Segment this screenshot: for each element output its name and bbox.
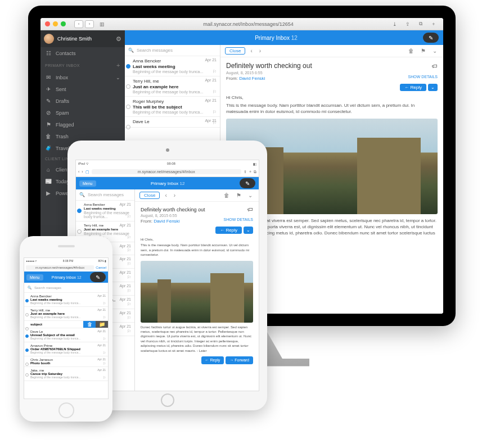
message-row[interactable]: Jake, meCanoe trip SaturdayBeginning of … (24, 367, 108, 381)
sidebar-contacts[interactable]: ☷Contacts (40, 47, 125, 59)
address-bar[interactable]: mail.synacor.net/Inbox/messages/12654 (110, 21, 387, 27)
flag-icon[interactable]: ⚐ (103, 301, 106, 305)
window-minimize-icon[interactable] (53, 21, 58, 26)
phone-search[interactable]: 🔍Search messages (24, 283, 108, 293)
tablet-show-details[interactable]: SHOW DETAILS (224, 218, 253, 221)
phone-compose-button[interactable]: ✎ (90, 272, 106, 282)
add-tab-icon[interactable]: + (429, 20, 439, 28)
chevron-down-icon[interactable]: ⌄ (246, 192, 254, 198)
search-row[interactable]: 🔍 Search messages (125, 45, 220, 56)
trash-icon[interactable]: 🗑 (222, 192, 231, 198)
message-row[interactable]: Anna BenckerLast weeks meetingBeginning … (125, 56, 220, 76)
flag-icon[interactable]: ⚐ (103, 361, 106, 365)
flag-icon[interactable]: ⚐ (213, 110, 217, 115)
window-maximize-icon[interactable] (61, 21, 66, 26)
flag-icon[interactable]: ⚐ (213, 120, 217, 125)
message-row[interactable]: Amazon PrimeOrder #298763476BLN ShippedB… (24, 342, 108, 356)
tabs-icon[interactable]: ⧉ (416, 20, 426, 28)
message-row[interactable]: Terry Hill, meJust an example hereBeginn… (125, 76, 220, 97)
message-row[interactable]: Chris JamesonPhoto boothApr 21⚐ (24, 356, 108, 367)
prev-message-icon[interactable]: ‹ (249, 48, 254, 54)
user-row[interactable]: Christine Smith ⚙ (40, 30, 125, 47)
flag-icon[interactable]: ⚐ (103, 375, 106, 379)
tablet-url[interactable]: m.synacor.net/messages/#/inbox (92, 169, 241, 174)
tablet-tabs-icon[interactable]: ⧉ (254, 170, 256, 174)
tablet-fwd-icon[interactable]: › (82, 170, 83, 174)
tablet-book-icon[interactable]: ▢ (85, 170, 89, 174)
tablet-home-button[interactable] (161, 393, 174, 407)
close-button[interactable]: Close (225, 47, 245, 55)
flag-icon[interactable]: ⚑ (235, 192, 243, 198)
flag-icon[interactable]: ⚐ (213, 89, 217, 94)
sidebar-item-drafts[interactable]: ✎Drafts (40, 95, 125, 107)
flag-icon[interactable]: ⚑ (419, 48, 427, 54)
reply-dropdown-icon[interactable]: ⌄ (428, 84, 438, 91)
swipe-move-icon[interactable]: 📁 (96, 321, 108, 328)
flag-icon[interactable]: ⚐ (213, 69, 217, 74)
tablet-search[interactable]: 🔍Search messages (76, 189, 134, 201)
tablet-sender-link[interactable]: David Fenski (154, 219, 179, 224)
phone-url[interactable]: m.synacor.net/messages/#/inbox (26, 265, 94, 270)
sidebar-toggle-icon[interactable]: ▥ (97, 20, 107, 28)
cancel-button[interactable]: Cancel (96, 266, 106, 269)
flag-icon[interactable]: ⚐ (103, 337, 106, 341)
window-close-icon[interactable] (45, 21, 50, 26)
flag-icon[interactable]: ⚐ (127, 261, 131, 266)
add-folder-icon[interactable]: + (116, 62, 120, 69)
tablet-reply-button[interactable]: ← Reply (215, 227, 242, 234)
flag-icon[interactable]: ⚐ (127, 248, 131, 253)
tablet-prev-icon[interactable]: ‹ (163, 192, 168, 198)
phone-home-button[interactable] (58, 402, 74, 418)
flag-icon[interactable]: ⚐ (127, 275, 131, 280)
swipe-delete-icon[interactable]: 🗑 (83, 321, 96, 328)
tablet-next-icon[interactable]: › (172, 192, 177, 198)
compose-button[interactable]: ✎ (423, 33, 439, 43)
phone-menu-button[interactable]: Menu (26, 274, 43, 280)
nav-back-button[interactable]: ‹ (74, 20, 83, 28)
message-row[interactable]: Dave LeUnread Subject of the emailBeginn… (24, 328, 108, 342)
message-row[interactable]: Terry Hill, meJust an example hereBeginn… (24, 307, 108, 321)
tablet-add-icon[interactable]: + (249, 170, 251, 174)
read-indicator-icon (25, 299, 29, 302)
flag-icon[interactable]: ⚐ (127, 302, 131, 307)
tablet-forward-button[interactable]: → Forward (226, 356, 253, 364)
gear-icon[interactable]: ⚙ (116, 35, 121, 43)
tablet-close-button[interactable]: Close (139, 192, 160, 199)
sidebar-item-flagged[interactable]: ⚑Flagged (40, 119, 125, 130)
search-input[interactable]: Search messages (137, 48, 173, 53)
reply-button[interactable]: ← Reply (400, 84, 426, 91)
reader-icon[interactable]: ⤓ (390, 20, 400, 28)
next-message-icon[interactable]: › (258, 48, 263, 54)
message-row[interactable]: Anna BenckerLast weeks meetingBeginning … (76, 201, 134, 221)
chevron-down-icon[interactable]: ⌄ (431, 48, 439, 54)
tablet-reply-bottom[interactable]: ← Reply (201, 356, 224, 364)
tag-icon[interactable]: 🏷 (247, 206, 253, 212)
nav-forward-button[interactable]: › (85, 20, 94, 28)
sidebar-item-sent[interactable]: ✈Sent (40, 83, 125, 95)
tablet-compose-button[interactable]: ✎ (240, 178, 255, 188)
share-icon[interactable]: ⇪ (403, 20, 413, 28)
message-row[interactable]: subjectApr 21⚐🗑📁 (24, 321, 108, 328)
message-row[interactable]: Dave LeApr 21⚐ (125, 117, 220, 128)
flag-icon[interactable]: ⚐ (127, 288, 131, 293)
flag-icon[interactable]: ⚐ (103, 351, 106, 355)
sent-icon: ✈ (45, 86, 52, 92)
message-row[interactable]: Roger MurpheyThis will be the subjectBeg… (125, 97, 220, 117)
sidebar-item-spam[interactable]: ⊘Spam (40, 107, 125, 119)
flag-icon[interactable]: ⚐ (127, 235, 131, 240)
trash-icon[interactable]: 🗑 (407, 48, 416, 54)
tag-icon[interactable]: 🏷 (432, 63, 438, 69)
flag-icon[interactable]: ⚐ (127, 214, 131, 219)
tablet-share-icon[interactable]: ⇪ (244, 170, 247, 174)
chevron-down-icon[interactable]: ⌄ (116, 75, 120, 80)
tablet-back-icon[interactable]: ‹ (78, 170, 79, 174)
menu-button[interactable]: Menu (79, 180, 96, 187)
tablet-reply-caret[interactable]: ⌄ (244, 227, 253, 234)
sender-link[interactable]: David Fenski (239, 76, 265, 81)
message-row[interactable]: Anna BenckerLast weeks meetingBeginning … (24, 293, 108, 307)
sidebar-item-inbox[interactable]: ✉Inbox⌄ (40, 71, 125, 83)
show-details-link[interactable]: SHOW DETAILS (408, 75, 438, 79)
flag-icon[interactable]: ⚐ (103, 315, 106, 319)
flag-icon[interactable]: ⚐ (127, 315, 131, 320)
flag-icon[interactable]: ⚐ (127, 329, 131, 334)
